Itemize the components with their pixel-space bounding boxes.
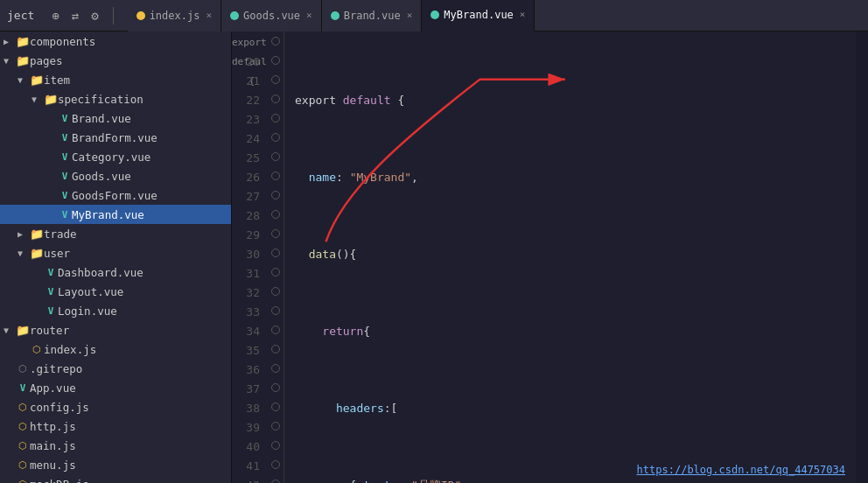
item-label: specification (58, 93, 231, 106)
sidebar-item-pages[interactable]: ▼ 📁 pages (0, 51, 231, 70)
item-label: GoodsForm.vue (72, 189, 231, 202)
js-icon: ⬡ (16, 479, 30, 484)
project-name: ject (7, 9, 34, 22)
split-icon[interactable]: ⇄ (72, 9, 79, 23)
gutter-marker (267, 282, 284, 301)
item-label: Login.vue (58, 304, 231, 318)
gutter-marker (267, 186, 284, 205)
sidebar-item-app-vue[interactable]: V App.vue (0, 378, 231, 397)
code-editor[interactable]: export default { 20 21 22 23 24 25 26 27… (232, 32, 856, 483)
divider (113, 7, 114, 24)
code-line: return{ (295, 322, 856, 341)
top-bar: ject ⊕ ⇄ ⚙ index.js × Goods.vue × Brand.… (0, 0, 868, 32)
sidebar-item-router-index-js[interactable]: ⬡ index.js (0, 340, 231, 359)
gutter-marker (267, 224, 284, 243)
folder-icon: 📁 (16, 35, 30, 48)
sidebar-item-item[interactable]: ▼ 📁 item (0, 70, 231, 89)
sidebar-item-mockdb-js[interactable]: ⬡ mockDB.js (0, 474, 231, 483)
gutter-marker (267, 243, 284, 262)
line-number: 37 (232, 380, 260, 399)
line-number: 24 (232, 130, 260, 149)
main-content: ▶ 📁 components ▼ 📁 pages ▼ 📁 item ▼ 📁 sp… (0, 32, 868, 483)
project-label: ject (7, 9, 34, 22)
line-number: 23 (232, 110, 260, 130)
line-number: 27 (232, 187, 260, 206)
gutter-marker (267, 474, 284, 483)
folder-icon: 📁 (30, 247, 44, 260)
tab-mybrand-vue[interactable]: MyBrand.vue × (422, 0, 535, 32)
close-icon[interactable]: × (520, 9, 526, 20)
sidebar-item-category-vue[interactable]: V Category.vue (0, 147, 231, 166)
code-area: export default { 20 21 22 23 24 25 26 27… (232, 32, 856, 483)
gutter-marker (267, 32, 284, 51)
gutter-marker (267, 89, 284, 108)
line-number: 31 (232, 264, 260, 284)
sidebar-item-config-js[interactable]: ⬡ config.js (0, 397, 231, 416)
folder-icon: 📁 (44, 93, 58, 106)
tab-index-js[interactable]: index.js × (128, 0, 221, 32)
tab-icon-vue (331, 11, 340, 20)
sidebar-item-components[interactable]: ▶ 📁 components (0, 32, 231, 51)
item-label: item (44, 74, 231, 87)
settings-icon[interactable]: ⚙ (91, 9, 98, 23)
minimap[interactable] (856, 32, 868, 483)
sidebar-item-router[interactable]: ▼ 📁 router (0, 320, 231, 340)
sidebar-item-login-vue[interactable]: V Login.vue (0, 301, 231, 320)
arrow-icon: ▼ (18, 248, 30, 258)
close-icon[interactable]: × (206, 10, 212, 21)
url-text: https://blog.csdn.net/qq_44757034 (637, 464, 845, 476)
js-icon: ⬡ (16, 440, 30, 452)
sidebar-item-goods-vue[interactable]: V Goods.vue (0, 166, 231, 186)
line-number: 22 (232, 91, 260, 110)
item-label: config.js (30, 401, 231, 414)
arrow-icon: ▶ (4, 37, 16, 46)
sidebar-item-user[interactable]: ▼ 📁 user (0, 243, 231, 262)
sidebar-item-goodsform-vue[interactable]: V GoodsForm.vue (0, 186, 231, 205)
sidebar-item-brandform-vue[interactable]: V BrandForm.vue (0, 128, 231, 147)
sidebar-item-layout-vue[interactable]: V Layout.vue (0, 282, 231, 301)
code-line: { text : "品牌ID", (295, 476, 856, 483)
sidebar-item-gitrepo[interactable]: ⬡ .gitrepo (0, 359, 231, 378)
gutter-marker (267, 262, 284, 282)
gutter-marker (267, 340, 284, 359)
line-number: export default { (232, 33, 260, 52)
vue-icon: V (44, 305, 58, 317)
add-icon[interactable]: ⊕ (52, 9, 59, 23)
close-icon[interactable]: × (306, 10, 312, 21)
tab-icon-js (136, 11, 145, 20)
tab-goods-vue[interactable]: Goods.vue × (221, 0, 322, 32)
line-number: 39 (232, 418, 260, 438)
gutter-marker (267, 147, 284, 166)
arrow-icon: ▼ (4, 326, 16, 335)
sidebar-item-dashboard-vue[interactable]: V Dashboard.vue (0, 262, 231, 282)
code-line: name: "MyBrand", (295, 168, 856, 187)
close-icon[interactable]: × (407, 10, 413, 21)
item-label: Dashboard.vue (58, 266, 231, 279)
tab-brand-vue[interactable]: Brand.vue × (322, 0, 423, 32)
sidebar-item-specification[interactable]: ▼ 📁 specification (0, 89, 231, 108)
arrow-icon: ▼ (32, 94, 44, 104)
item-label: main.js (30, 439, 231, 452)
tab-label: Goods.vue (243, 10, 300, 22)
item-label: Layout.vue (58, 285, 231, 298)
sidebar-item-main-js[interactable]: ⬡ main.js (0, 436, 231, 455)
vue-icon: V (58, 151, 72, 163)
js-icon: ⬡ (30, 344, 44, 355)
arrow-icon: ▼ (18, 75, 30, 85)
gutter-marker (267, 108, 284, 128)
item-label: http.js (30, 420, 231, 433)
sidebar-item-mybrand-vue[interactable]: V MyBrand.vue (0, 205, 231, 224)
gutter-marker (267, 378, 284, 397)
vue-icon: V (58, 190, 72, 201)
item-label: BrandForm.vue (72, 131, 231, 144)
line-number: 33 (232, 303, 260, 322)
sidebar-item-http-js[interactable]: ⬡ http.js (0, 416, 231, 436)
line-number: 38 (232, 399, 260, 418)
sidebar-item-brand-vue[interactable]: V Brand.vue (0, 108, 231, 128)
sidebar-item-trade[interactable]: ▶ 📁 trade (0, 224, 231, 243)
gutter-marker (267, 205, 284, 224)
item-label: Goods.vue (72, 170, 231, 183)
git-icon: ⬡ (16, 363, 30, 374)
url-bar[interactable]: https://blog.csdn.net/qq_44757034 (637, 464, 845, 476)
sidebar-item-menu-js[interactable]: ⬡ menu.js (0, 455, 231, 474)
